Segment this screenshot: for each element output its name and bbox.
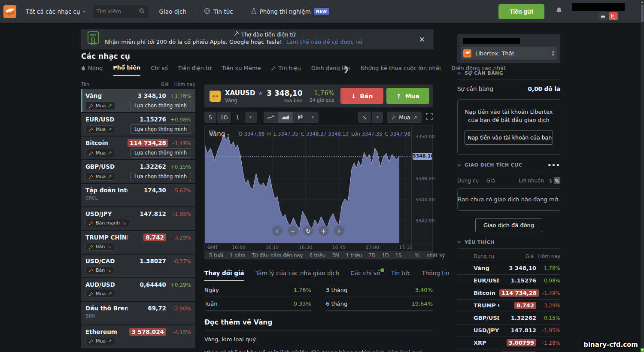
favorite-row-4[interactable]: GBP/USD1.322620,15% bbox=[457, 312, 560, 324]
timeframe-dropdown[interactable]: ▾ bbox=[245, 112, 257, 123]
range-button-1[interactable]: 1 năm bbox=[230, 252, 246, 258]
balance-section-header[interactable]: SỰ CÂN BẰNG bbox=[457, 70, 560, 79]
instrument-row-5[interactable]: USD/JPY147.812-1,95%Bán mạnh↘ bbox=[81, 207, 195, 230]
favorite-row-2[interactable]: Bitcoin114 734,28-1,49% bbox=[457, 287, 560, 299]
search-box[interactable] bbox=[93, 5, 148, 18]
signal-chip[interactable]: Bán↘ bbox=[85, 243, 114, 251]
favorite-row-5[interactable]: USD/JPY147.812-1,95% bbox=[457, 324, 560, 337]
signal-chip[interactable]: Mua↗ bbox=[85, 102, 115, 110]
favorite-row-3[interactable]: TRUMP CHÍNH ...8.742-3,29% bbox=[457, 299, 560, 312]
document-icon[interactable] bbox=[609, 12, 618, 20]
signal-chip[interactable]: Bán mạnh↘ bbox=[85, 219, 129, 227]
crown-icon[interactable] bbox=[598, 12, 608, 20]
instrument-row-0[interactable]: Vàng3 348,10+1,76%Mua↗Lựa chọn thông min… bbox=[81, 89, 195, 112]
fund-account-button[interactable]: Nạp tiền vào tài khoản của bạn bbox=[465, 130, 553, 145]
buy-button[interactable]: ↑Mua bbox=[386, 88, 429, 104]
smart-choice-button[interactable]: Lựa chọn thông minh bbox=[130, 101, 191, 110]
scroll-down-arrow-icon[interactable] bbox=[641, 348, 644, 352]
time-axis[interactable]: GMT 16:0016:1516:3016:4517:0017:15 bbox=[205, 243, 433, 251]
instrument-row-9[interactable]: Dầu thô Brent69,72-2,90%BRN bbox=[81, 302, 195, 325]
instrument-row-3[interactable]: GBP/USD1.32262+0,15%Mua↗Lựa chọn thông m… bbox=[81, 160, 195, 183]
instrument-row-2[interactable]: Bitcoin114 734,28-1,49%Mua↗Lựa chọn thôn… bbox=[81, 137, 195, 159]
nav-item-trade[interactable]: Giao dịch bbox=[151, 0, 195, 23]
info-tab-3[interactable]: Tin tức bbox=[391, 270, 411, 281]
fullscreen-icon[interactable] bbox=[426, 113, 433, 121]
category-tab-2[interactable]: Chỉ số bbox=[151, 65, 168, 76]
instrument-row-6[interactable]: TRUMP CHÍNH TH...8.742-3,29%Bán↘ bbox=[81, 231, 195, 254]
timeframe-button-1[interactable]: 1 bbox=[232, 112, 244, 123]
category-tab-1[interactable]: Phổ biến bbox=[113, 64, 140, 76]
trend-dropdown[interactable]: ▾ bbox=[372, 112, 383, 123]
account-spinner[interactable]: ▲▼ bbox=[552, 50, 554, 57]
banner-close-icon[interactable]: ✕ bbox=[417, 33, 427, 46]
signal-buy-button[interactable]: Mua ↗ bbox=[387, 112, 422, 123]
pan-left-button[interactable]: ‹ bbox=[272, 225, 283, 236]
page-scrollbar[interactable] bbox=[641, 0, 644, 352]
instrument-row-7[interactable]: USD/CAD1.38027-0,37%Bán↘ bbox=[81, 255, 195, 277]
closed-trades-button[interactable]: Giao dịch đã đóng bbox=[475, 218, 542, 232]
category-tab-4[interactable]: Tiền xu Meme bbox=[222, 65, 261, 76]
candlestick-chart-type-button[interactable] bbox=[293, 112, 307, 123]
scroll-up-arrow-icon[interactable] bbox=[641, 0, 644, 4]
scale-button-0[interactable]: % bbox=[415, 252, 419, 258]
range-button-4[interactable]: 3M bbox=[332, 252, 339, 258]
zoom-in-button[interactable]: + bbox=[318, 225, 329, 236]
smart-choice-button[interactable]: Lựa chọn thông minh bbox=[130, 124, 191, 134]
instrument-row-1[interactable]: EUR/USD1.15276+0,98%Mua↗Lựa chọn thông m… bbox=[81, 113, 195, 136]
deposit-button[interactable]: Tiền gửi bbox=[498, 4, 544, 19]
notifications-bell-icon[interactable] bbox=[556, 7, 562, 16]
libertex-logo-icon[interactable] bbox=[3, 5, 16, 18]
smart-choice-button[interactable]: Lựa chọn thông minh bbox=[130, 172, 191, 181]
instrument-row-4[interactable]: Tập đoàn Internet …174,30-5,67%CRCL bbox=[81, 184, 195, 206]
search-input[interactable] bbox=[97, 8, 139, 15]
nav-item-lab[interactable]: Phòng thí nghiệm NEW bbox=[242, 0, 338, 23]
smart-choice-button[interactable]: Lựa chọn thông minh bbox=[130, 148, 191, 158]
favorite-row-7[interactable]: Ethereum3 578.024-4,15% bbox=[457, 349, 560, 352]
crypto-miner-tag[interactable]: Thợ đào tiền điện tử bbox=[233, 31, 295, 38]
chart-type-dropdown[interactable]: ▾ bbox=[307, 112, 319, 123]
category-tab-5[interactable]: Tín hiệu bbox=[271, 65, 301, 76]
reset-view-button[interactable]: ↻ bbox=[303, 225, 313, 236]
pan-right-button[interactable]: › bbox=[334, 225, 344, 236]
account-selector[interactable]: Libertex: Thật ▲▼ bbox=[461, 47, 557, 60]
range-button-3[interactable]: 6 triệu bbox=[309, 252, 325, 258]
info-tab-2[interactable]: Các chỉ số bbox=[350, 270, 380, 281]
info-tab-1[interactable]: Tâm lý của các nhà giao dịch bbox=[255, 270, 340, 281]
area-chart-type-button[interactable] bbox=[278, 112, 293, 123]
zoom-out-button[interactable]: − bbox=[287, 225, 298, 236]
info-tab-0[interactable]: Thay đổi giá bbox=[204, 270, 244, 281]
range-button-0[interactable]: 5 tuổi bbox=[209, 252, 223, 258]
trend-arrow-button[interactable]: ↘ bbox=[358, 112, 371, 123]
favorite-star-icon[interactable]: ★ bbox=[258, 90, 263, 97]
favorite-row-1[interactable]: EUR/USD1.152760,98% bbox=[457, 274, 560, 287]
nav-item-news[interactable]: Tin tức bbox=[195, 0, 242, 23]
category-tab-0[interactable]: Nóng bbox=[81, 65, 103, 76]
sell-button[interactable]: ↓Bán bbox=[340, 88, 383, 104]
banner-link[interactable]: Làm thế nào để có được nó bbox=[286, 39, 362, 45]
category-tab-3[interactable]: Tiền điện tử bbox=[178, 65, 211, 76]
signal-chip[interactable]: Mua↗ bbox=[85, 173, 115, 181]
range-button-2[interactable]: Từ đầu năm đến nay bbox=[252, 252, 303, 258]
toggle-percent[interactable]: % bbox=[554, 177, 560, 184]
info-tab-4[interactable]: Thông tin bbox=[422, 270, 450, 281]
timeframe-button-5[interactable]: 5 bbox=[204, 112, 216, 123]
favorite-row-6[interactable]: XRP3.00799-1,28% bbox=[457, 337, 560, 349]
signal-chip[interactable]: Mua↗ bbox=[85, 125, 115, 134]
category-tab-7[interactable]: Những kẻ thua cuộc lớn nhất bbox=[361, 65, 441, 76]
line-chart-type-button[interactable] bbox=[264, 112, 278, 123]
range-button-7[interactable]: 1D bbox=[382, 252, 389, 258]
signal-chip[interactable]: Mua↗ bbox=[85, 149, 115, 157]
favorite-row-0[interactable]: Vàng3 348,101,76% bbox=[457, 262, 560, 274]
toggle-dollar[interactable]: $ bbox=[547, 177, 554, 184]
chart-plot-area[interactable]: Vàng ▾ O3347,88HL3347,35C3348,273348,13L… bbox=[205, 126, 412, 243]
price-axis[interactable]: 3350.003346.003344.003342.003348.10 bbox=[412, 126, 433, 243]
active-trades-header[interactable]: GIAO DỊCH TÍCH CỰC ••• bbox=[457, 162, 560, 172]
instrument-row-8[interactable]: AUD/USD0,64440+0,29%Mua↗ bbox=[81, 278, 195, 301]
scale-button-1[interactable]: nhật ký bbox=[426, 252, 445, 258]
range-button-8[interactable]: 1S bbox=[395, 252, 402, 258]
signal-chip[interactable]: Bán↘ bbox=[85, 266, 114, 274]
scrollbar-thumb[interactable] bbox=[641, 4, 644, 22]
tabs-scroll-right-icon[interactable]: ❯ bbox=[343, 65, 349, 73]
timeframe-button-1D[interactable]: 1D bbox=[217, 112, 231, 123]
instruments-dropdown[interactable]: Tất cả các nhạc cụ ▾ bbox=[26, 8, 85, 15]
